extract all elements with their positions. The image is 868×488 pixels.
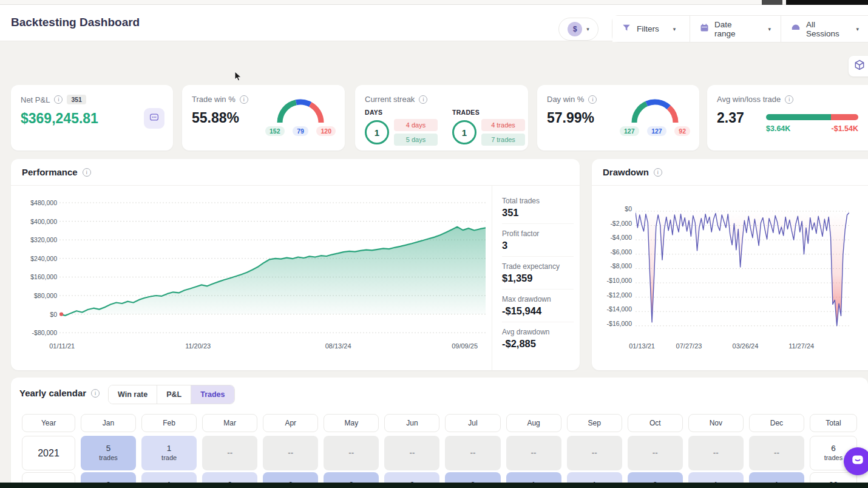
calendar-col-jan[interactable]: Jan: [81, 414, 136, 432]
month-cell-may[interactable]: --: [324, 436, 379, 470]
sessions-button[interactable]: All Sessions ▾: [781, 16, 868, 42]
calendar-tab-group: Win rateP&LTrades: [108, 385, 235, 404]
month-cell-oct[interactable]: --: [628, 436, 683, 470]
info-icon[interactable]: i: [91, 389, 100, 398]
calendar-col-aug[interactable]: Aug: [506, 414, 561, 432]
net-pnl-value: $369,245.81: [21, 110, 163, 127]
trade-count-badge: 351: [67, 95, 86, 104]
calendar-icon: [700, 23, 709, 35]
drawdown-x-axis: 01/13/2107/27/2303/26/2411/27/24: [636, 342, 849, 352]
x-tick-label: 03/26/24: [733, 342, 759, 350]
calendar-col-apr[interactable]: Apr: [263, 414, 318, 432]
stat-value: 351: [502, 207, 574, 219]
chevron-down-icon: ▾: [856, 26, 859, 32]
day-win-card: Day win % i 57.99% 12712792: [537, 85, 699, 151]
calendar-col-year[interactable]: Year: [22, 414, 75, 432]
month-cell-nov[interactable]: --: [688, 436, 744, 470]
stat-label: Profit factor: [502, 229, 574, 238]
info-icon[interactable]: i: [240, 95, 248, 104]
drawdown-y-axis: $0-$2,000-$4,000-$6,000-$8,000-$10,000-$…: [597, 206, 632, 335]
net-pnl-label: Net P&L: [21, 95, 50, 104]
drawdown-title: Drawdown: [603, 167, 649, 177]
streak-days-circle: 1: [365, 120, 389, 144]
info-icon[interactable]: i: [83, 168, 91, 177]
x-tick-label: 09/09/25: [452, 342, 478, 350]
month-cell-jan[interactable]: 5trades: [81, 436, 136, 470]
browser-strip-black-segment: [786, 0, 868, 5]
tab-win-rate[interactable]: Win rate: [109, 385, 157, 404]
tab-p-l[interactable]: P&L: [157, 385, 191, 404]
filter-funnel-icon: [622, 24, 631, 35]
calendar-col-may[interactable]: May: [324, 414, 379, 432]
month-cell-mar[interactable]: --: [202, 436, 257, 470]
streak-trades-circle: 1: [452, 120, 476, 144]
calendar-col-dec[interactable]: Dec: [749, 414, 804, 432]
month-cell-sep[interactable]: --: [567, 436, 622, 470]
performance-stats: Total trades351Profit factor3Trade expec…: [492, 186, 580, 370]
date-range-button[interactable]: Date range ▾: [690, 16, 781, 42]
filters-button[interactable]: Filters ▾: [612, 16, 690, 42]
x-tick-label: 08/13/24: [325, 342, 351, 350]
month-cell-jun[interactable]: --: [384, 436, 439, 470]
gauge-arc-breakeven: [646, 102, 669, 107]
sessions-globe-icon: [791, 24, 801, 35]
y-tick-label: -$4,000: [610, 234, 632, 241]
streak-days-title: DAYS: [365, 109, 438, 116]
calendar-col-jun[interactable]: Jun: [384, 414, 439, 432]
performance-x-axis: 01/11/2111/20/2308/13/2409/09/25: [59, 342, 486, 352]
cube-icon: [853, 59, 866, 73]
info-icon[interactable]: i: [654, 168, 662, 177]
net-pnl-options-button[interactable]: [144, 108, 164, 129]
y-tick-label: $240,000: [30, 255, 57, 262]
current-streak-card: Current streak i DAYS 1 4 days 5 days TR…: [355, 85, 528, 151]
stat-avg-drawdown: Avg drawdown-$2,885: [502, 328, 574, 354]
y-tick-label: $0: [50, 311, 57, 318]
date-range-label: Date range: [714, 20, 754, 38]
chat-launcher-button[interactable]: [844, 447, 868, 475]
gauge-pill-losses: 92: [674, 126, 690, 136]
cell-value: --: [713, 448, 719, 458]
calendar-col-nov[interactable]: Nov: [688, 414, 744, 432]
x-tick-label: 11/27/24: [788, 342, 814, 350]
cell-value: --: [531, 448, 537, 458]
stat-trade-expectancy: Trade expectancy$1,359: [502, 262, 574, 290]
info-icon[interactable]: i: [588, 95, 597, 104]
y-tick-label: -$2,000: [610, 220, 632, 227]
x-tick-label: 01/11/21: [49, 342, 75, 350]
tab-trades[interactable]: Trades: [191, 385, 234, 404]
x-tick-label: 01/13/21: [629, 342, 655, 350]
info-icon[interactable]: i: [785, 95, 793, 104]
streak-trades-title: TRADES: [452, 109, 525, 116]
info-icon[interactable]: i: [54, 95, 63, 104]
streak-days-win-pill: 5 days: [394, 134, 438, 146]
gauge-arc-wins: [634, 104, 646, 123]
y-tick-label: -$12,000: [607, 291, 632, 299]
day-win-gauge: 12712792: [619, 92, 691, 136]
month-cell-aug[interactable]: --: [506, 436, 561, 470]
calendar-col-total[interactable]: Total: [810, 414, 857, 432]
cell-value: --: [348, 448, 354, 458]
gauge-legend: 12712792: [620, 126, 690, 136]
year-cell[interactable]: 2021: [22, 436, 75, 470]
drawdown-card: Drawdown i $0-$2,000-$4,000-$6,000-$8,00…: [592, 159, 868, 370]
trade-win-label: Trade win %: [192, 95, 236, 104]
calendar-col-feb[interactable]: Feb: [141, 414, 197, 432]
calendar-col-sep[interactable]: Sep: [567, 414, 622, 432]
currency-selector[interactable]: $ ▾: [558, 18, 598, 41]
cell-value: --: [288, 448, 293, 458]
calendar-col-oct[interactable]: Oct: [628, 414, 683, 432]
month-cell-apr[interactable]: --: [263, 436, 318, 470]
performance-y-axis: $480,000$400,000$320,000$240,000$160,000…: [11, 200, 57, 340]
month-cell-feb[interactable]: 1trade: [141, 436, 197, 470]
cell-value: --: [409, 448, 415, 458]
info-icon[interactable]: i: [419, 95, 427, 104]
drawdown-curve-svg: [636, 209, 849, 333]
month-cell-jul[interactable]: --: [445, 436, 500, 470]
3d-view-button[interactable]: [849, 56, 868, 76]
streak-days-loss-pill: 4 days: [394, 119, 438, 131]
streak-trades-group: TRADES 1 4 trades 7 trades: [452, 109, 525, 146]
mouse-cursor: [234, 71, 242, 84]
calendar-col-mar[interactable]: Mar: [202, 414, 257, 432]
calendar-col-jul[interactable]: Jul: [445, 414, 500, 432]
month-cell-dec[interactable]: --: [749, 436, 804, 470]
